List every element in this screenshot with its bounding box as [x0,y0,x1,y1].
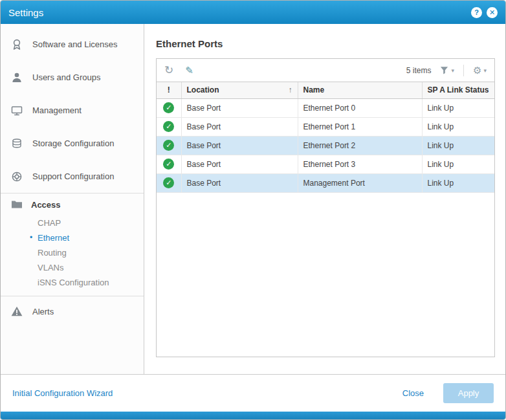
sidebar-subitem-vlans[interactable]: VLANs [1,260,144,275]
cell-location: Base Port [181,117,298,136]
table-row[interactable]: ✓ Base Port Ethernet Port 1 Link Up [157,117,494,136]
titlebar-icons: ? ✕ [471,7,498,18]
sort-ascending-icon: ↑ [289,85,292,94]
content-area: Software and Licenses Users and Groups [1,24,505,374]
cell-status: ✓ [157,117,181,136]
sidebar-item-support-configuration[interactable]: Support Configuration [1,160,144,193]
window-title: Settings [8,7,43,18]
sidebar-item-management[interactable]: Management [1,94,144,127]
column-label: Name [303,85,325,94]
status-ok-icon: ✓ [163,140,174,151]
settings-window: Settings ? ✕ Software and Licenses [0,0,506,420]
column-header-name[interactable]: Name [298,82,422,98]
ethernet-ports-panel: ↻ ✎ 5 items ▾ ⚙ ▾ [156,58,495,357]
sidebar-item-software-and-licenses[interactable]: Software and Licenses [1,28,144,61]
cell-link-status: Link Up [422,173,494,192]
status-ok-icon: ✓ [163,102,174,113]
storage-disks-icon [10,137,24,150]
sidebar-item-alerts[interactable]: Alerts [1,296,144,326]
table-row[interactable]: ✓ Base Port Ethernet Port 2 Link Up [157,136,494,155]
sidebar-subitem-label: Ethernet [38,233,69,243]
table-row[interactable]: ✓ Base Port Ethernet Port 3 Link Up [157,155,494,173]
cell-location: Base Port [181,98,298,117]
column-label: ! [168,85,170,94]
cell-status: ✓ [157,136,181,155]
sidebar-item-storage-configuration[interactable]: Storage Configuration [1,127,144,160]
footer-right: Close Apply [402,383,494,403]
cell-location: Base Port [181,155,298,173]
folder-icon [10,198,24,211]
apply-button[interactable]: Apply [443,383,494,403]
sidebar-subitem-label: CHAP [38,218,61,228]
table-toolbar: ↻ ✎ 5 items ▾ ⚙ ▾ [157,59,494,82]
toolbar-separator [463,65,464,76]
cell-link-status: Link Up [422,117,494,136]
close-icon[interactable]: ✕ [487,7,498,18]
sidebar-item-label: Users and Groups [32,72,101,82]
edit-pencil-icon[interactable]: ✎ [185,65,193,76]
user-icon [10,71,24,84]
column-label: Location [187,85,219,94]
bottom-accent-strip [1,412,505,419]
filter-caret-icon: ▾ [451,67,454,74]
cell-link-status: Link Up [422,98,494,117]
sidebar-item-label: Support Configuration [32,171,114,181]
cell-status: ✓ [157,155,181,173]
sidebar-item-users-and-groups[interactable]: Users and Groups [1,61,144,94]
initial-configuration-wizard-link[interactable]: Initial Configuration Wizard [12,388,113,398]
sidebar-item-label: Storage Configuration [32,138,114,148]
table-row[interactable]: ✓ Base Port Ethernet Port 0 Link Up [157,98,494,117]
column-header-status[interactable]: ! [157,82,181,98]
warning-triangle-icon [10,305,24,318]
gear-glyph: ⚙ [473,65,481,76]
gear-caret-icon: ▾ [483,67,487,74]
page-title: Ethernet Ports [156,38,495,49]
award-icon [10,38,24,51]
cell-link-status: Link Up [422,155,494,173]
cell-status: ✓ [157,173,181,192]
cell-name: Ethernet Port 0 [298,98,422,117]
support-lifering-icon [10,170,24,183]
sidebar-item-label: Software and Licenses [32,39,118,49]
sidebar-item-access[interactable]: Access [1,193,144,216]
cell-location: Base Port [181,136,298,155]
sidebar-section-label: Access [31,200,61,210]
sidebar-item-label: Management [32,105,82,115]
cell-name: Ethernet Port 1 [298,117,422,136]
cell-name: Ethernet Port 3 [298,155,422,173]
table-row[interactable]: ✓ Base Port Management Port Link Up [157,173,494,192]
sidebar-subitem-ethernet[interactable]: • Ethernet [1,230,144,245]
sidebar-subitem-isns-configuration[interactable]: iSNS Configuration [1,275,144,290]
column-label: SP A Link Status [428,85,489,94]
sidebar-subitem-label: iSNS Configuration [38,278,109,287]
cell-status: ✓ [157,98,181,117]
cell-link-status: Link Up [422,136,494,155]
status-ok-icon: ✓ [163,177,174,188]
close-button[interactable]: Close [402,388,424,398]
status-ok-icon: ✓ [163,121,174,132]
sidebar-item-label: Alerts [32,307,54,316]
column-header-sp-a-link-status[interactable]: SP A Link Status [422,82,494,98]
titlebar: Settings ? ✕ [1,1,505,24]
cell-name: Management Port [298,173,422,192]
cell-name: Ethernet Port 2 [298,136,422,155]
footer: Initial Configuration Wizard Close Apply [1,374,505,412]
monitor-icon [10,104,24,117]
help-icon[interactable]: ? [471,7,482,18]
gear-icon[interactable]: ⚙ ▾ [473,65,487,76]
items-count: 5 items [406,66,432,75]
refresh-icon[interactable]: ↻ [164,63,173,77]
sidebar-spacer [1,290,144,296]
status-ok-icon: ✓ [163,159,174,170]
column-header-location[interactable]: Location ↑ [181,82,298,98]
sidebar: Software and Licenses Users and Groups [1,24,144,374]
sidebar-subitem-label: Routing [38,248,67,258]
sidebar-subitem-routing[interactable]: Routing [1,245,144,260]
cell-location: Base Port [181,173,298,192]
filter-icon[interactable]: ▾ [439,65,454,75]
ethernet-ports-table: ! Location ↑ Name SP A Link Status [157,82,494,193]
sidebar-subitem-chap[interactable]: CHAP [1,216,144,230]
sidebar-subitem-label: VLANs [38,263,63,272]
selected-bullet-icon: • [30,230,32,245]
toolbar-right: 5 items ▾ ⚙ ▾ [406,65,487,76]
